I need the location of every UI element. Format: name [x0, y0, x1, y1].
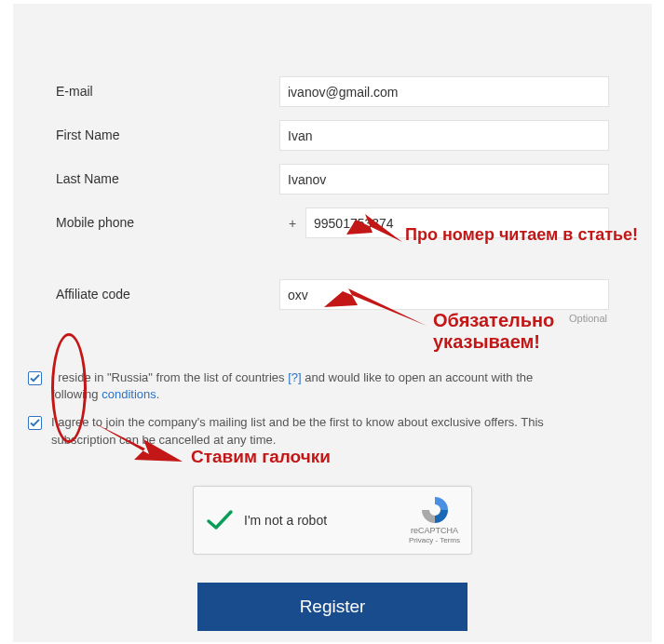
countries-help-link[interactable]: [?]	[288, 370, 301, 384]
recaptcha-brand: reCAPTCHA	[409, 526, 460, 535]
mobile-plus: +	[279, 216, 305, 231]
firstname-label: First Name	[56, 127, 279, 143]
lastname-input[interactable]	[279, 164, 609, 195]
row-email: E-mail	[56, 76, 609, 107]
row-lastname: Last Name	[56, 164, 609, 195]
recaptcha-logo-icon	[420, 495, 450, 525]
recaptcha-check-icon	[205, 505, 235, 535]
lastname-label: Last Name	[56, 171, 279, 187]
email-input[interactable]	[279, 76, 609, 107]
email-label: E-mail	[56, 84, 279, 100]
check-row-residence: I reside in "Russia" from the list of co…	[28, 369, 609, 403]
mobile-label: Mobile phone	[56, 215, 279, 231]
checkbox-mailing[interactable]	[28, 416, 42, 430]
recaptcha-links: Privacy - Terms	[409, 536, 460, 544]
row-firstname: First Name	[56, 120, 609, 151]
optional-hint: Optional	[569, 313, 607, 324]
registration-panel: E-mail First Name Last Name Mobile phone…	[13, 4, 652, 642]
firstname-input[interactable]	[279, 120, 609, 151]
check-row-mailing: I agree to join the company's mailing li…	[28, 414, 609, 448]
mobile-input[interactable]	[305, 208, 609, 238]
check-text-residence: I reside in "Russia" from the list of co…	[51, 369, 573, 403]
recaptcha-widget[interactable]: I'm not a robot reCAPTCHA Privacy - Term…	[193, 486, 472, 555]
affiliate-input[interactable]	[279, 279, 609, 310]
conditions-link[interactable]: conditions	[102, 387, 156, 401]
affiliate-label: Affiliate code	[56, 287, 279, 302]
checkbox-residence[interactable]	[28, 371, 42, 385]
check-text-mailing: I agree to join the company's mailing li…	[51, 414, 573, 448]
register-button[interactable]: Register	[197, 583, 468, 631]
checks-block: I reside in "Russia" from the list of co…	[28, 369, 609, 449]
row-mobile: Mobile phone +	[56, 208, 609, 238]
row-affiliate: Affiliate code Optional	[56, 279, 609, 310]
recaptcha-text: I'm not a robot	[244, 513, 327, 528]
